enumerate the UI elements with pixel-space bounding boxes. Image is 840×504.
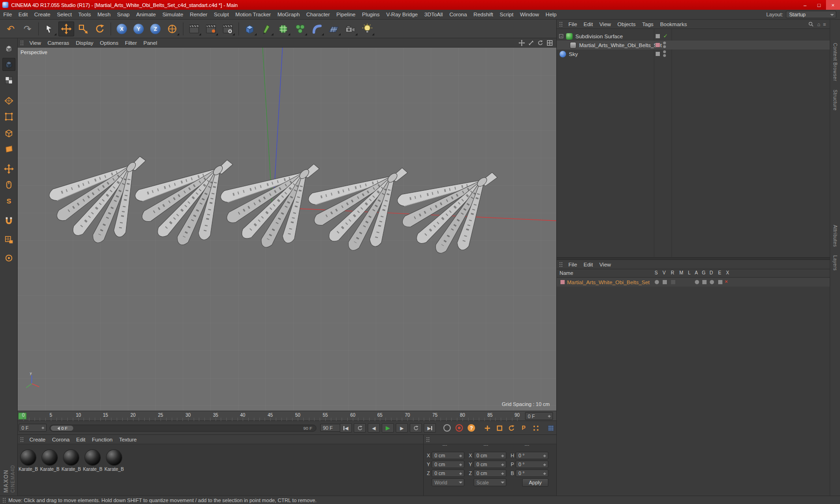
layer-swatch[interactable] [656,52,660,56]
timeline-ruler[interactable]: 0 5 10 15 20 25 30 35 40 45 50 55 60 65 … [18,411,556,421]
menu-simulate[interactable]: Simulate [159,10,187,19]
undo-button[interactable]: ↶ [3,21,19,36]
menu-icon[interactable]: ≡ [823,21,826,27]
col-r[interactable]: R [669,270,676,275]
ml-menu-view[interactable]: View [596,260,614,269]
redo-button[interactable]: ↷ [20,21,35,36]
x-axis-lock-button[interactable]: X [114,21,130,36]
vp-menu-view[interactable]: View [26,38,44,48]
play-backwards-button[interactable] [354,423,366,433]
y-axis-lock-button[interactable]: Y [131,21,147,36]
make-editable-button[interactable] [2,42,15,55]
camera-button[interactable] [343,21,358,36]
col-a[interactable]: A [693,270,700,275]
texture-mode-button[interactable] [2,74,15,87]
menu-snap[interactable]: Snap [114,10,133,19]
om-menu-view[interactable]: View [596,20,614,29]
live-selection-button[interactable] [42,21,57,36]
viewport-pan-icon[interactable] [518,39,525,47]
size-x-field[interactable]: 0 cm [474,452,506,459]
mat-menu-create[interactable]: Create [26,435,49,444]
play-button[interactable]: ▶ [382,423,394,433]
col-s[interactable]: S [653,270,659,275]
material-thumbnail[interactable] [21,450,36,465]
menu-help[interactable]: Help [542,10,560,19]
goto-end-button[interactable]: ▶ [424,423,436,433]
vp-menu-cameras[interactable]: Cameras [44,38,73,48]
menu-animate[interactable]: Animate [133,10,159,19]
minimize-button[interactable]: – [798,0,812,10]
menu-mograph[interactable]: MoGraph [274,10,303,19]
quantize-button[interactable] [2,252,15,265]
bend-deformer-button[interactable] [309,21,325,36]
menu-character[interactable]: Character [303,10,333,19]
spline-pen-button[interactable] [259,21,274,36]
object-name[interactable]: Sky [569,51,578,57]
e-cell-icon[interactable] [718,280,722,284]
material-thumbnail[interactable] [42,450,57,465]
v-cell-icon[interactable] [663,280,667,284]
points-mode-button[interactable] [2,110,15,123]
vp-menu-filter[interactable]: Filter [122,38,140,48]
material-thumbnail[interactable] [63,450,79,465]
tab-attributes[interactable]: Attributes [833,225,838,247]
camera-label[interactable]: Perspective [21,49,47,55]
stepper-icon[interactable] [459,462,463,468]
om-menu-tags[interactable]: Tags [639,20,657,29]
menu-corona[interactable]: Corona [446,10,470,19]
record-scale-button[interactable] [495,424,504,432]
ml-menu-file[interactable]: File [565,260,581,269]
object-row-sky[interactable]: Sky [557,49,830,58]
scale-dropdown[interactable]: Scale [474,478,506,486]
add-cube-button[interactable] [242,21,258,36]
size-y-field[interactable]: 0 cm [474,461,506,468]
vp-menu-display[interactable]: Display [72,38,97,48]
coordinate-system-button[interactable] [164,21,180,36]
workplane-mode-button[interactable] [2,94,15,107]
stepper-icon[interactable] [459,471,463,476]
stepper-icon[interactable] [459,453,463,459]
g-cell-icon[interactable] [702,280,707,284]
cloner-button[interactable] [292,21,308,36]
panel-grip-icon[interactable] [559,21,563,27]
viewport-rotate-icon[interactable] [537,39,544,47]
r-cell-icon[interactable] [671,280,675,284]
visibility-dots[interactable] [663,50,666,57]
rotate-button[interactable] [92,21,108,36]
col-v[interactable]: V [661,270,667,275]
tab-structure[interactable]: Structure [833,90,838,111]
panel-grip-icon[interactable] [559,262,563,267]
menu-select[interactable]: Select [54,10,75,19]
menu-plugins[interactable]: Plugins [359,10,383,19]
stepper-icon[interactable] [543,453,547,459]
record-button[interactable] [455,424,463,432]
scale-button[interactable] [75,21,91,36]
stepper-icon[interactable] [547,413,552,419]
keyframe-selection-button[interactable] [546,424,555,432]
visibility-dots[interactable] [663,42,666,48]
rot-b-field[interactable]: 0 ° [516,469,548,477]
col-d[interactable]: D [708,270,714,275]
close-button[interactable]: × [826,0,840,10]
material-name[interactable]: Karate_B [18,467,39,472]
menu-mesh[interactable]: Mesh [94,10,114,19]
material-row-name[interactable]: Martial_Arts_White_Obi_Belts_Set [567,280,650,285]
tab-layers[interactable]: Layers [833,255,838,271]
stepper-icon[interactable] [501,462,505,468]
om-menu-objects[interactable]: Objects [614,20,639,29]
previous-frame-button[interactable]: ◀ [368,423,380,433]
expander-icon[interactable]: - [559,34,563,38]
ml-menu-edit[interactable]: Edit [581,260,596,269]
pos-z-field[interactable]: 0 cm [432,469,464,477]
goto-start-button[interactable]: ◀ [340,423,352,433]
rot-p-field[interactable]: 0 ° [516,461,548,468]
render-view-button[interactable] [186,21,202,36]
move-button[interactable] [58,21,74,36]
record-position-button[interactable] [483,424,492,432]
panel-grip-icon[interactable] [426,437,430,442]
record-parameter-button[interactable]: P [519,424,528,432]
pos-y-field[interactable]: 0 cm [432,461,464,468]
stepper-icon[interactable] [41,425,45,431]
menu-script[interactable]: Script [497,10,517,19]
lock-workplane-button[interactable] [2,233,15,246]
